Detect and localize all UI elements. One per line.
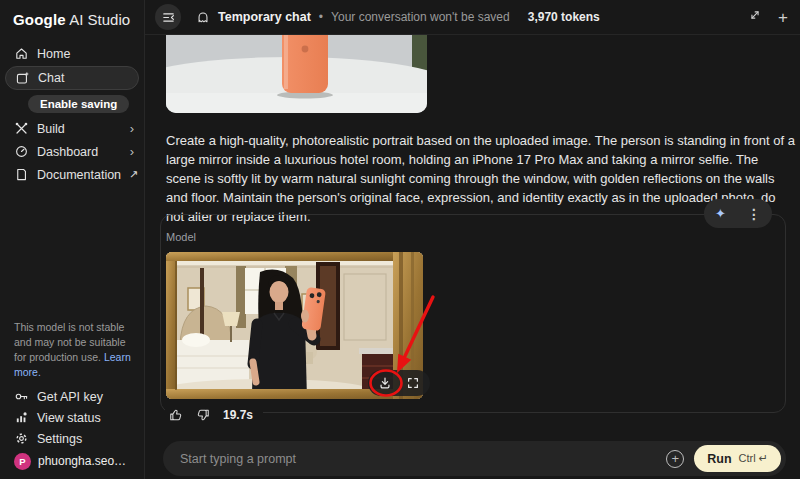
collapse-sidebar-button[interactable] <box>155 4 181 30</box>
user-account-button[interactable]: P phuongha.seomento... <box>0 449 144 473</box>
chevron-right-icon: › <box>130 145 134 158</box>
sidebar-item-label: Dashboard <box>37 145 122 159</box>
topbar-actions: + <box>748 8 788 26</box>
chat-plus-icon <box>15 71 30 86</box>
sidebar-item-build[interactable]: Build › <box>0 117 144 140</box>
run-label: Run <box>707 452 731 466</box>
footer-item-label: Get API key <box>37 390 103 404</box>
model-label: Model <box>166 231 196 243</box>
view-status-button[interactable]: View status <box>0 407 144 428</box>
generation-time: 19.7s <box>223 408 253 422</box>
collapse-panel-icon[interactable] <box>748 8 762 26</box>
user-prompt-text: Create a high-quality, photorealistic po… <box>166 131 795 226</box>
thumbs-up-button[interactable] <box>169 408 183 422</box>
sparkle-icon[interactable]: ✦ <box>715 207 726 220</box>
image-actions-toolbar <box>368 370 430 396</box>
more-options-icon[interactable]: ⋮ <box>747 207 761 221</box>
dashboard-icon <box>14 144 29 159</box>
download-image-button[interactable] <box>374 372 396 394</box>
key-icon <box>14 389 29 404</box>
fullscreen-icon <box>406 376 420 390</box>
build-tools-icon <box>14 121 29 136</box>
run-button[interactable]: Run Ctrl ↵ <box>694 445 781 472</box>
model-turn-footer: 19.7s <box>165 405 263 424</box>
token-count: 3,970 tokens <box>528 10 600 24</box>
uploaded-image[interactable] <box>166 35 427 113</box>
thumbs-down-icon <box>196 408 210 422</box>
prompt-input[interactable] <box>180 452 666 466</box>
gear-icon <box>14 431 29 446</box>
home-icon <box>14 46 29 61</box>
enable-saving-button[interactable]: Enable saving <box>28 95 129 113</box>
thumbs-up-icon <box>169 408 183 422</box>
thumbs-down-button[interactable] <box>196 408 210 422</box>
status-icon <box>14 410 29 425</box>
main-area: Temporary chat • Your conversation won't… <box>145 0 800 479</box>
fullscreen-image-button[interactable] <box>402 372 424 394</box>
sidebar-item-label: Documentation <box>37 168 121 182</box>
chat-notice: Your conversation won't be saved <box>331 10 510 24</box>
logo-google: Google <box>13 11 66 28</box>
sidebar-item-label: Build <box>37 122 122 136</box>
sidebar-item-dashboard[interactable]: Dashboard › <box>0 140 144 163</box>
user-name: phuongha.seomento... <box>38 454 134 468</box>
uploaded-image-graphic <box>166 35 427 113</box>
sidebar-item-home[interactable]: Home <box>0 42 144 65</box>
sidebar-item-label: Home <box>37 47 70 61</box>
user-avatar: P <box>14 453 31 470</box>
plus-icon[interactable]: + <box>778 9 788 26</box>
temporary-chat-icon <box>195 10 210 25</box>
google-ai-studio-app: Google AI Studio Home Chat Enable saving <box>0 0 800 479</box>
run-shortcut: Ctrl ↵ <box>739 452 768 465</box>
logo-ai-studio: AI Studio <box>69 11 130 28</box>
prompt-composer: + Run Ctrl ↵ <box>163 441 786 476</box>
sidebar-item-chat[interactable]: Chat <box>5 66 139 90</box>
turn-hover-toolbar: ✦ ⋮ <box>704 199 772 228</box>
sidebar: Google AI Studio Home Chat Enable saving <box>0 0 145 479</box>
footer-item-label: View status <box>37 411 101 425</box>
get-api-key-button[interactable]: Get API key <box>0 386 144 407</box>
chat-title: Temporary chat <box>218 10 311 24</box>
chevron-right-icon: › <box>130 122 134 135</box>
footer-item-label: Settings <box>37 432 82 446</box>
download-icon <box>378 376 392 390</box>
sidebar-nav: Home Chat Enable saving Build › <box>0 42 144 186</box>
sidebar-footer: This model is not stable and may not be … <box>0 320 144 473</box>
title-separator: • <box>319 10 323 24</box>
sidebar-item-label: Chat <box>38 71 64 85</box>
settings-button[interactable]: Settings <box>0 428 144 449</box>
external-link-icon: ↗ <box>129 168 138 181</box>
add-attachment-icon[interactable]: + <box>666 450 684 468</box>
app-logo[interactable]: Google AI Studio <box>0 0 144 28</box>
top-bar: Temporary chat • Your conversation won't… <box>145 0 800 35</box>
sidebar-item-documentation[interactable]: Documentation ↗ <box>0 163 144 186</box>
model-disclaimer: This model is not stable and may not be … <box>0 320 144 386</box>
document-icon <box>14 167 29 182</box>
collapse-sidebar-icon <box>161 10 176 25</box>
